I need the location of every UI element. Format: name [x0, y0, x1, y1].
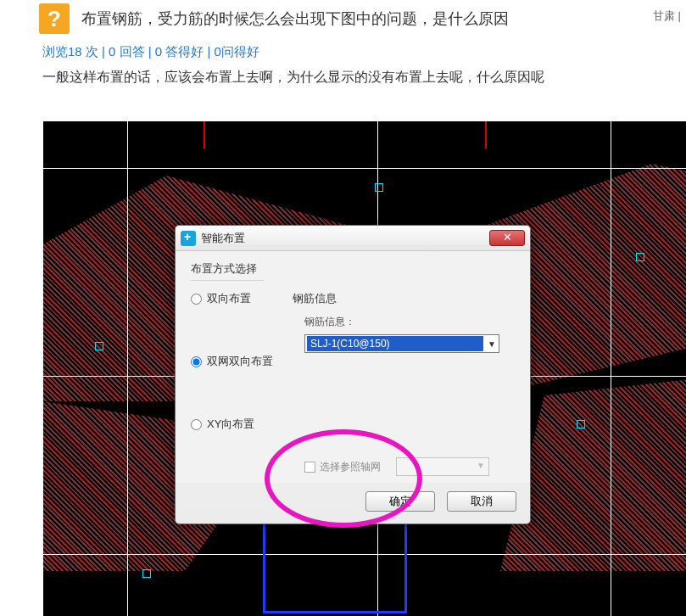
good-question-link[interactable]: 0问得好 — [215, 44, 259, 59]
rebar-info-title: 钢筋信息 — [293, 291, 515, 306]
question-description: 一般这样布置的话，应该会布置上去啊，为什么显示的没有布置上去呢，什么原因呢 — [0, 60, 686, 92]
chevron-down-icon: ▼ — [485, 339, 499, 349]
axis-checkbox[interactable] — [304, 462, 315, 473]
axis-checkbox-label: 选择参照轴网 — [320, 460, 381, 474]
dialog-title: 智能布置 — [201, 231, 245, 246]
rebar-select-value: SLJ-1(C10@150) — [307, 336, 483, 351]
question-title: 布置钢筋，受力筋的时候怎么会出现下图中的问题，是什么原因 — [81, 2, 509, 34]
axis-select[interactable]: ▼ — [396, 457, 489, 476]
layout-group-label: 布置方式选择 — [191, 261, 264, 281]
smart-layout-dialog: 智能布置 ✕ 布置方式选择 双向布置 双网双向布置 XY向布置 钢筋信息 钢筋信… — [175, 225, 531, 524]
good-answers-link[interactable]: 0 答得好 — [155, 44, 204, 59]
dialog-app-icon — [181, 231, 196, 246]
dialog-titlebar[interactable]: 智能布置 ✕ — [176, 226, 530, 251]
rebar-select[interactable]: SLJ-1(C10@150) ▼ — [304, 334, 499, 353]
question-icon: ? — [39, 3, 70, 34]
radio-xy[interactable]: XY向布置 — [191, 417, 293, 432]
chevron-down-icon: ▼ — [477, 461, 485, 470]
rebar-info-label: 钢筋信息： — [304, 315, 515, 329]
radio-two-way[interactable]: 双向布置 — [191, 291, 293, 306]
answers-link[interactable]: 0 回答 — [109, 44, 145, 59]
cancel-button[interactable]: 取消 — [447, 491, 516, 512]
radio-double-net[interactable]: 双网双向布置 — [191, 354, 293, 369]
ok-button[interactable]: 确定 — [365, 491, 435, 512]
close-button[interactable]: ✕ — [489, 230, 525, 246]
question-stats: 浏览18 次 | 0 回答 | 0 答得好 | 0问得好 — [0, 41, 686, 60]
location-label: 甘肃 | — [653, 8, 681, 24]
views-link[interactable]: 浏览18 次 — [42, 44, 98, 59]
